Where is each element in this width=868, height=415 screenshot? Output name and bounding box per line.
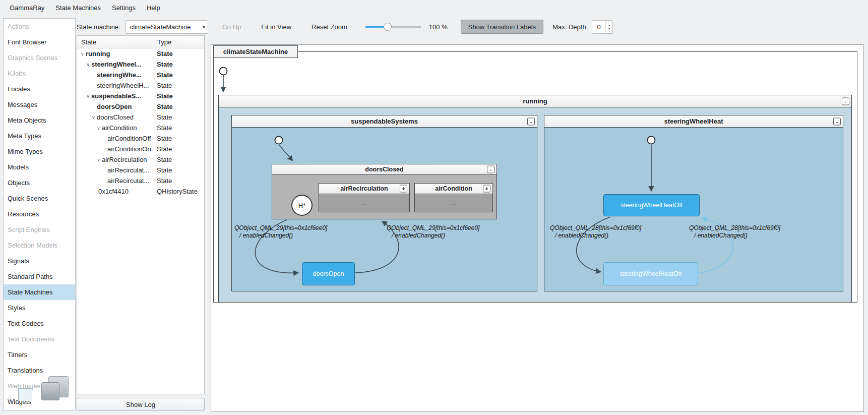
tree-row-historystate[interactable]: 0x1cf4410 QHistoryState — [77, 186, 204, 197]
fit-in-view-button[interactable]: Fit in View — [257, 21, 295, 33]
state-air-condition[interactable]: airCondition + ... — [414, 183, 493, 212]
max-depth-spinbox[interactable]: 0 ▴ ▾ — [592, 20, 613, 34]
chevron-down-icon[interactable]: ∨ — [90, 115, 97, 120]
chevron-down-icon: ▾ — [203, 24, 205, 30]
state-tree-panel: State Type ∨ running State ∨ steeringWhe… — [77, 35, 205, 394]
tree-row-doorsopen[interactable]: doorsOpen State — [77, 101, 204, 112]
tree-row-steeringwheelheaton[interactable]: steeringWheelH... State — [77, 80, 204, 91]
sidebar-item-mime-types[interactable]: Mime Types — [4, 144, 75, 159]
tree-row-airconditionon[interactable]: airConditionOn State — [77, 144, 204, 154]
chevron-down-icon[interactable]: ∨ — [85, 94, 91, 99]
tree-type-label: QHistoryState — [154, 188, 204, 195]
gammaray-window: GammaRay State Machines Settings Help Ac… — [0, 0, 868, 415]
show-transition-labels-toggle[interactable]: Show Transition Labels — [461, 20, 543, 34]
show-log-button[interactable]: Show Log — [77, 398, 205, 411]
go-up-button: Go Up — [218, 21, 245, 33]
max-depth-value: 0 — [592, 23, 605, 31]
collapse-button[interactable]: - — [487, 166, 494, 173]
tree-state-label: doorsClosed — [97, 113, 134, 121]
state-steering-title: steeringWheelHeat — [664, 117, 723, 125]
max-depth-label: Max. Depth: — [552, 23, 588, 31]
tree-state-label: steeringWhe... — [97, 71, 142, 79]
column-header-type[interactable]: Type — [154, 36, 204, 48]
tree-type-label: State — [154, 103, 204, 110]
chevron-down-icon[interactable]: ∨ — [95, 157, 102, 162]
sidebar-item-resources[interactable]: Resources — [4, 206, 75, 222]
state-doors-open[interactable]: doorsOpen — [302, 262, 355, 285]
chevron-down-icon[interactable]: ∨ — [95, 126, 102, 131]
menu-gammaray[interactable]: GammaRay — [4, 2, 50, 14]
tree-state-label: suspendableS... — [91, 92, 141, 100]
zoom-slider[interactable] — [365, 22, 421, 31]
state-air-condition-header: airCondition + — [415, 184, 492, 194]
tree-row-airrecirculationon[interactable]: airRecirculat... State — [77, 175, 204, 186]
spin-down-icon[interactable]: ▾ — [608, 27, 610, 30]
tree-type-label: State — [154, 156, 204, 163]
spin-up-icon[interactable]: ▴ — [608, 23, 610, 27]
sidebar-item-font-browser[interactable]: Font Browser — [4, 34, 75, 50]
state-heat-on-label: steeringWheelHeatOn — [620, 270, 682, 277]
reset-zoom-button[interactable]: Reset Zoom — [307, 21, 351, 33]
transition-label-line2: / enabledChanged() — [387, 232, 479, 240]
state-machine-combobox-value: climateStateMachine — [130, 23, 203, 31]
chevron-down-icon[interactable]: ∨ — [79, 51, 86, 56]
menu-state-machines[interactable]: State Machines — [50, 2, 106, 14]
expand-button[interactable]: + — [483, 185, 490, 193]
tree-row-airrecirculation[interactable]: ∨ airRecirculation State — [77, 154, 204, 165]
sidebar-item-text-documents: Text Documents — [4, 331, 75, 347]
sidebar-item-kjobs: KJobs — [4, 66, 75, 81]
tree-row-suspendablesystems[interactable]: ∨ suspendableS... State — [77, 91, 204, 101]
transition-label: QObject_QML_29[this=0x1cf6ee0] / enabled… — [234, 224, 327, 240]
state-steering-wheel-heat-off[interactable]: steeringWheelHeatOff — [603, 194, 700, 216]
transition-label-line1: QObject_QML_28[this=0x1cf69f0] — [689, 224, 780, 231]
column-header-state[interactable]: State — [77, 38, 154, 46]
sidebar-item-locales[interactable]: Locales — [4, 81, 75, 97]
sidebar-item-graphics-scenes: Graphics Scenes — [4, 50, 75, 66]
tree-row-steeringwheelheatoff[interactable]: steeringWhe... State — [77, 70, 204, 80]
chevron-down-icon[interactable]: ∨ — [85, 62, 91, 67]
sidebar-item-objects[interactable]: Objects — [4, 175, 75, 191]
menu-help[interactable]: Help — [141, 2, 166, 14]
state-machine-combobox[interactable]: climateStateMachine ▾ — [126, 20, 208, 34]
sidebar-item-state-machines[interactable]: State Machines — [4, 284, 75, 300]
root-state-tab[interactable]: climateStateMachine — [213, 45, 298, 58]
sidebar-item-quick-scenes[interactable]: Quick Scenes — [4, 191, 75, 206]
tree-type-label: State — [154, 113, 204, 121]
sidebar-item-styles[interactable]: Styles — [4, 300, 75, 316]
menubar: GammaRay State Machines Settings Help — [0, 0, 868, 15]
sidebar-item-timers[interactable]: Timers — [4, 347, 75, 363]
tree-state-label: airConditionOff — [107, 135, 151, 142]
tree-row-running[interactable]: ∨ running State — [77, 48, 204, 59]
transition-label-line2: / enabledChanged() — [550, 232, 641, 240]
tree-row-airconditionoff[interactable]: airConditionOff State — [77, 133, 204, 144]
tree-row-aircondition[interactable]: ∨ airCondition State — [77, 123, 204, 133]
root-state-label: climateStateMachine — [223, 48, 288, 55]
collapsed-content-ellipsis: ... — [319, 194, 409, 212]
sidebar-item-models[interactable]: Models — [4, 159, 75, 175]
state-air-recirculation[interactable]: airRecirculation + ... — [319, 183, 410, 212]
transition-label-line1: QObject_QML_29[this=0x1cf6ee0] — [234, 224, 327, 231]
state-steering-wheel-heat-on[interactable]: steeringWheelHeatOn — [603, 262, 698, 285]
collapse-button[interactable]: - — [527, 117, 535, 125]
tree-row-airrecirculationoff[interactable]: airRecirculat... State — [77, 165, 204, 175]
transition-label: QObject_QML_28[this=0x1cf69f0] / enabled… — [550, 224, 641, 240]
menu-settings[interactable]: Settings — [106, 2, 141, 14]
spinbox-arrows[interactable]: ▴ ▾ — [605, 21, 612, 33]
collapse-button[interactable]: - — [833, 117, 841, 125]
history-state[interactable]: H* — [291, 195, 313, 216]
sidebar-item-actions: Actions — [4, 19, 75, 34]
tree-row-steeringwheelheat[interactable]: ∨ steeringWheel... State — [77, 59, 204, 70]
expand-button[interactable]: + — [400, 185, 407, 193]
sidebar-item-meta-objects[interactable]: Meta Objects — [4, 112, 75, 128]
collapse-button[interactable]: - — [842, 97, 849, 105]
sidebar-item-text-codecs[interactable]: Text Codecs — [4, 316, 75, 331]
sidebar-item-signals[interactable]: Signals — [4, 253, 75, 269]
state-doors-closed-header: doorsClosed - — [272, 164, 497, 175]
sidebar-item-messages[interactable]: Messages — [4, 97, 75, 112]
state-machine-canvas[interactable]: climateStateMachine running - suspendabl… — [211, 44, 864, 412]
sidebar-item-meta-types[interactable]: Meta Types — [4, 128, 75, 144]
tree-type-label: State — [154, 82, 204, 89]
tree-row-doorsclosed[interactable]: ∨ doorsClosed State — [77, 112, 204, 123]
zoom-slider-handle[interactable] — [384, 23, 392, 31]
sidebar-item-standard-paths[interactable]: Standard Paths — [4, 269, 75, 284]
